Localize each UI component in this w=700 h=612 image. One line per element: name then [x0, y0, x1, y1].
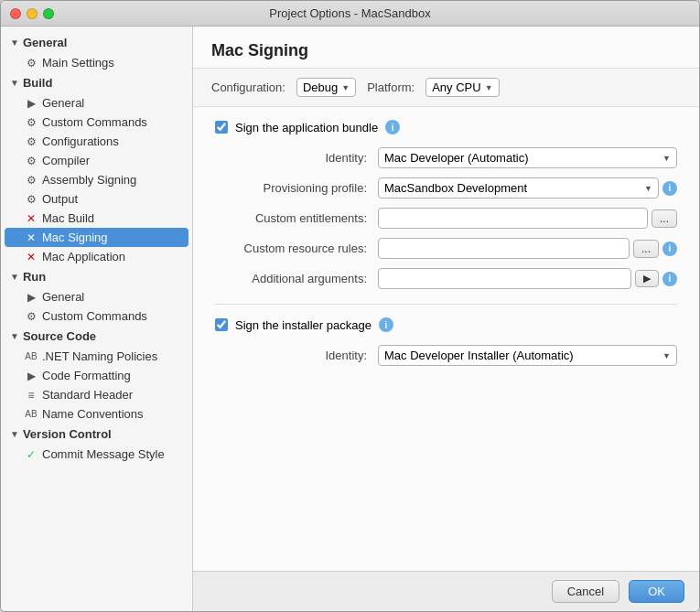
entitlements-input[interactable]: Entitlements.plist	[378, 208, 648, 229]
build-arrow-icon: ▼	[10, 78, 19, 88]
provisioning-dropdown[interactable]: MacSandbox Development ▼	[378, 177, 659, 199]
installer-identity-label: Identity:	[224, 349, 371, 362]
additional-args-run-button[interactable]: ▶	[635, 270, 659, 287]
sign-bundle-row: Sign the application bundle i	[215, 120, 677, 134]
sidebar-item-compiler-label: Compiler	[42, 154, 90, 167]
sign-installer-label: Sign the installer package	[235, 318, 372, 332]
entitlements-field-row: Entitlements.plist ...	[378, 208, 677, 229]
provisioning-value: MacSandbox Development	[384, 181, 527, 195]
sidebar-item-run-custom-commands[interactable]: ⚙ Custom Commands	[1, 306, 192, 326]
form-body: Sign the application bundle i Identity: …	[193, 107, 699, 571]
additional-args-field-row: ▶ i	[378, 268, 677, 289]
sidebar-item-mac-application[interactable]: ✕ Mac Application	[1, 247, 192, 266]
sidebar-section-build-label: Build	[23, 76, 53, 90]
sidebar-section-version-control[interactable]: ▼ Version Control	[1, 424, 192, 445]
sidebar-item-run-general[interactable]: ▶ General	[1, 287, 192, 306]
run-arrow-icon: ▼	[10, 272, 19, 282]
sidebar: ▼ General ⚙ Main Settings ▼ Build ▶ Gene…	[1, 27, 193, 611]
ab-icon-1: AB	[25, 351, 38, 361]
entitlements-label: Custom entitlements:	[224, 211, 371, 225]
configuration-value: Debug	[303, 81, 338, 94]
x-icon-3: ✕	[25, 251, 38, 263]
sign-bundle-info-icon[interactable]: i	[385, 120, 400, 134]
additional-args-input[interactable]	[378, 268, 631, 289]
footer: Cancel OK	[193, 571, 699, 611]
sidebar-item-net-naming[interactable]: AB .NET Naming Policies	[1, 347, 192, 366]
sign-installer-info-icon[interactable]: i	[379, 317, 393, 332]
installer-identity-dropdown[interactable]: Mac Developer Installer (Automatic) ▼	[378, 345, 677, 366]
cancel-button[interactable]: Cancel	[552, 580, 619, 603]
sidebar-item-code-formatting[interactable]: ▶ Code Formatting	[1, 366, 192, 385]
sidebar-item-name-conventions-label: Name Conventions	[42, 407, 144, 421]
titlebar: Project Options - MacSandbox	[1, 1, 699, 27]
sidebar-item-standard-header-label: Standard Header	[42, 388, 133, 402]
sidebar-item-main-settings[interactable]: ⚙ Main Settings	[1, 53, 192, 72]
sidebar-item-mac-signing[interactable]: ✕ Mac Signing	[5, 228, 188, 247]
sidebar-item-commit-message[interactable]: ✓ Commit Message Style	[1, 445, 192, 464]
sidebar-item-code-formatting-label: Code Formatting	[42, 369, 131, 382]
sidebar-item-mac-build[interactable]: ✕ Mac Build	[1, 209, 192, 228]
installer-identity-value: Mac Developer Installer (Automatic)	[384, 349, 574, 362]
gear-icon-6: ⚙	[25, 193, 38, 206]
toolbar-row: Configuration: Debug ▼ Platform: Any CPU…	[193, 69, 699, 107]
sidebar-item-assembly-signing[interactable]: ⚙ Assembly Signing	[1, 170, 192, 189]
sign-installer-checkbox[interactable]	[215, 318, 228, 331]
sidebar-item-configurations[interactable]: ⚙ Configurations	[1, 132, 192, 151]
resource-rules-input[interactable]	[378, 238, 630, 259]
play-icon: ▶	[25, 97, 38, 110]
sidebar-item-standard-header[interactable]: ≡ Standard Header	[1, 385, 192, 404]
sidebar-item-build-general-label: General	[42, 96, 84, 110]
sidebar-item-assembly-signing-label: Assembly Signing	[42, 173, 136, 187]
installer-identity-arrow-icon: ▼	[662, 351, 671, 360]
provisioning-field-row: MacSandbox Development ▼ i	[378, 177, 677, 199]
platform-dropdown[interactable]: Any CPU ▼	[425, 78, 499, 97]
gear-icon-2: ⚙	[25, 116, 38, 129]
config-dropdown-arrow-icon: ▼	[341, 83, 350, 92]
platform-value: Any CPU	[432, 81, 480, 94]
entitlements-browse-button[interactable]: ...	[652, 209, 677, 228]
sidebar-item-build-general[interactable]: ▶ General	[1, 93, 192, 113]
main-header: Mac Signing	[193, 27, 699, 69]
sidebar-item-mac-signing-label: Mac Signing	[42, 231, 108, 244]
provisioning-arrow-icon: ▼	[644, 184, 652, 193]
run-gear-icon: ⚙	[25, 310, 38, 323]
sign-bundle-checkbox[interactable]	[215, 121, 228, 134]
run-play-icon: ▶	[25, 291, 38, 304]
sidebar-item-compiler[interactable]: ⚙ Compiler	[1, 151, 192, 170]
form-grid: Identity: Mac Developer (Automatic) ▼ Pr…	[215, 147, 677, 289]
installer-form-grid: Identity: Mac Developer Installer (Autom…	[215, 345, 677, 366]
x-icon-2: ✕	[25, 231, 38, 244]
identity-dropdown[interactable]: Mac Developer (Automatic) ▼	[378, 147, 677, 168]
sidebar-section-general[interactable]: ▼ General	[1, 32, 192, 53]
traffic-lights	[10, 8, 54, 19]
sidebar-section-run[interactable]: ▼ Run	[1, 266, 192, 287]
window-title: Project Options - MacSandbox	[269, 6, 430, 20]
sidebar-section-source-code[interactable]: ▼ Source Code	[1, 326, 192, 347]
sidebar-item-run-general-label: General	[42, 290, 84, 304]
identity-arrow-icon: ▼	[662, 154, 671, 163]
sign-bundle-label: Sign the application bundle	[235, 121, 378, 134]
close-button[interactable]	[10, 8, 21, 19]
sidebar-item-name-conventions[interactable]: AB Name Conventions	[1, 404, 192, 424]
identity-value: Mac Developer (Automatic)	[384, 151, 529, 165]
ok-button[interactable]: OK	[629, 580, 684, 603]
sidebar-item-output-label: Output	[42, 192, 78, 206]
gear-icon-5: ⚙	[25, 174, 38, 187]
gear-icon-3: ⚙	[25, 135, 38, 148]
sidebar-section-build[interactable]: ▼ Build	[1, 72, 192, 93]
provisioning-info-icon[interactable]: i	[662, 181, 677, 196]
sidebar-item-output[interactable]: ⚙ Output	[1, 189, 192, 209]
resource-rules-field-row: ... i	[378, 238, 677, 259]
expand-arrow-icon: ▶	[25, 370, 38, 382]
resource-rules-browse-button[interactable]: ...	[633, 240, 659, 258]
maximize-button[interactable]	[43, 8, 54, 19]
sidebar-item-custom-commands[interactable]: ⚙ Custom Commands	[1, 113, 192, 132]
general-arrow-icon: ▼	[10, 38, 19, 48]
configuration-dropdown[interactable]: Debug ▼	[296, 78, 356, 97]
minimize-button[interactable]	[27, 8, 38, 19]
sidebar-section-source-code-label: Source Code	[23, 329, 96, 343]
source-arrow-icon: ▼	[10, 331, 19, 341]
installer-identity-field-row: Mac Developer Installer (Automatic) ▼	[378, 345, 677, 366]
additional-args-info-icon[interactable]: i	[662, 272, 677, 286]
resource-rules-info-icon[interactable]: i	[662, 242, 677, 256]
